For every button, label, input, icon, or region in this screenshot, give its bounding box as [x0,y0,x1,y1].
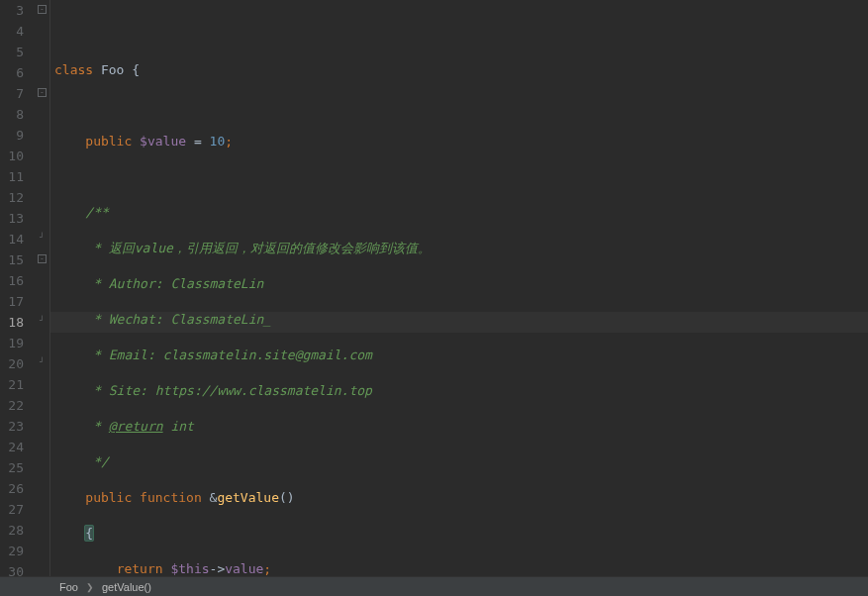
code-line: return $this->value; [54,558,868,579]
line-number: 20 [0,353,28,374]
code-area[interactable]: class Foo { public $value = 10; /** * 返回… [49,0,868,576]
code-line: * Site: https://www.classmatelin.top [54,380,868,401]
code-line: * Wechat: ClassmateLin_ [54,309,868,330]
fold-toggle-icon[interactable]: - [38,88,47,97]
line-number: 9 [0,125,28,146]
line-number: 25 [0,457,28,478]
line-number: 13 [0,208,28,229]
line-number: 5 [0,42,28,62]
code-line: * @return int [54,416,868,437]
line-number: 8 [0,104,28,125]
line-number: 29 [0,541,28,561]
code-line: { [54,523,868,544]
line-number: 24 [0,437,28,457]
fold-toggle-icon[interactable]: - [38,254,47,263]
line-number: 23 [0,416,28,437]
line-number: 22 [0,395,28,416]
fold-end-icon[interactable]: ┘ [38,358,47,367]
code-line: * 返回value，引用返回，对返回的值修改会影响到该值。 [54,238,868,258]
line-number: 30 [0,561,28,582]
line-number: 28 [0,520,28,541]
line-number: 16 [0,270,28,291]
line-number: 7 [0,83,28,104]
code-line: class Foo { [54,59,868,80]
code-line: */ [54,451,868,472]
line-number: 27 [0,499,28,520]
line-number: 15 [0,249,28,270]
line-number: 21 [0,374,28,395]
line-number: 11 [0,166,28,187]
code-editor[interactable]: 3 4 5 6 7 8 9 10 11 12 13 14 15 16 17 18… [0,0,868,576]
line-number: 19 [0,333,28,353]
line-number: 12 [0,187,28,208]
code-line: public $value = 10; [54,131,868,151]
line-number: 6 [0,62,28,83]
line-number: 26 [0,478,28,499]
fold-toggle-icon[interactable]: - [38,5,47,14]
fold-end-icon[interactable]: ┘ [38,317,47,326]
line-number-gutter: 3 4 5 6 7 8 9 10 11 12 13 14 15 16 17 18… [0,0,36,576]
line-number: 17 [0,291,28,312]
line-number: 3 [0,0,28,21]
code-line [54,166,868,187]
line-number: 10 [0,146,28,166]
code-line: * Author: ClassmateLin [54,273,868,294]
code-line: * Email: classmatelin.site@gmail.com [54,345,868,365]
code-line: /** [54,202,868,223]
line-number-current: 18 [0,312,28,333]
fold-gutter: - - ┘ - ┘ ┘ [36,0,49,576]
line-number: 14 [0,229,28,249]
matching-brace: { [84,525,94,542]
code-line [54,95,868,116]
line-number: 4 [0,21,28,42]
code-line: public function &getValue() [54,487,868,508]
fold-end-icon[interactable]: ┘ [38,234,47,243]
